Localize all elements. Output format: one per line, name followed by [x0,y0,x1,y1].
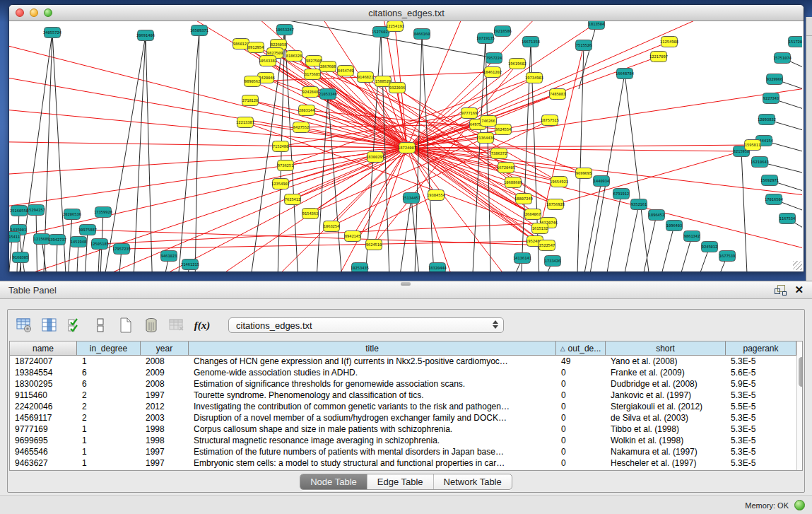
graph-edge-directed[interactable] [249,148,407,271]
graph-node[interactable]: 1595811 [745,140,761,151]
graph-node[interactable]: 10253435 [351,263,369,272]
table-row[interactable]: 946362711997Embryonic stem cells: a mode… [10,457,796,469]
graph-node[interactable]: 1813504 [589,21,605,30]
graph-node[interactable]: 20691406 [136,30,155,41]
graph-node[interactable]: 18300295 [366,152,384,163]
graph-node[interactable]: 1063254 [324,221,340,232]
column-header-title[interactable]: title [189,341,556,356]
column-header-in_degree[interactable]: in_degree [77,341,141,356]
graph-node[interactable]: 1440934 [594,176,610,187]
graph-node[interactable]: 21461215 [181,259,199,270]
table-row[interactable]: 977716911998Corpus callosum shape and si… [10,424,796,435]
graph-node[interactable]: 18756928 [546,199,565,210]
tab-node-table[interactable]: Node Table [300,474,367,489]
graph-node[interactable]: 9624510 [366,240,382,250]
graph-node[interactable]: 8186328 [286,51,302,62]
graph-edge-directed[interactable] [88,230,547,245]
graph-node[interactable]: 12505185 [90,239,109,250]
graph-node[interactable]: 12213387 [236,117,254,128]
graph-node[interactable]: 15294257 [27,205,45,216]
graph-node[interactable]: 9861342 [684,231,700,242]
graph-edge-citation[interactable] [194,30,199,271]
graph-node[interactable]: 16210643 [751,157,769,168]
graph-node[interactable]: 9736251 [278,160,294,171]
graph-node[interactable]: 25160550 [10,206,28,216]
graph-edge-citation[interactable] [94,35,146,271]
graph-node[interactable]: 6791912 [613,189,630,199]
graph-node[interactable]: 9227343 [763,93,779,104]
graph-node[interactable]: 7515526 [576,40,592,51]
graph-node[interactable]: 15134457 [402,193,420,204]
graph-node[interactable]: 7152480 [273,141,289,152]
resize-grip[interactable] [793,261,802,270]
graph-node[interactable]: 9461023 [161,251,177,262]
graph-node[interactable]: 1615132 [532,223,548,234]
graph-node[interactable]: 3175685 [305,69,321,80]
table-row[interactable]: 1456911722003Disruption of a novel membe… [10,412,796,424]
graph-edge-directed[interactable] [397,88,506,168]
function-builder-icon[interactable]: f(x) [193,316,211,334]
graph-edge-citation[interactable] [84,230,88,271]
splitter-handle[interactable] [401,282,411,286]
graph-node[interactable]: 12217097 [649,52,668,62]
graph-edge-citation[interactable] [654,226,674,271]
network-window-titlebar[interactable]: citations_edges.txt [9,5,804,21]
graph-edge-citation[interactable] [741,151,748,271]
graph-node[interactable]: 16509371 [190,25,208,36]
graph-node[interactable]: 17957235 [112,244,131,255]
graph-node[interactable]: 7485083 [550,89,566,100]
graph-node[interactable]: 1733426 [545,256,561,267]
graph-node[interactable]: 18461202 [483,67,502,78]
graph-node[interactable]: 10653247 [276,25,294,35]
graph-node[interactable]: 16720405 [497,163,515,173]
graph-node[interactable]: 1167534 [779,214,796,224]
graph-node[interactable]: 17016504 [765,194,783,205]
graph-node[interactable]: 1896452 [649,210,665,221]
graph-node[interactable]: 1451948 [71,237,87,247]
graph-node[interactable]: 2522547 [539,240,555,251]
network-canvas[interactable]: 2405572420691406165093711065324715276021… [9,21,804,271]
column-header-short[interactable]: short [606,341,726,356]
delete-column-icon[interactable] [142,316,160,334]
graph-node[interactable]: 19218586 [493,26,512,37]
graph-node[interactable]: 10719135 [476,33,495,44]
graph-node[interactable]: 9245012 [702,242,718,252]
table-row[interactable]: 1830029562008Estimation of significance … [10,378,796,390]
table-row[interactable]: 911546021997Tourette syndrome. Phenomeno… [10,390,796,401]
rows-icon[interactable] [91,316,110,334]
scrollbar-thumb[interactable] [799,357,803,387]
table-row[interactable]: 1872400712008Changes of HCN gene express… [10,356,796,367]
graph-node[interactable]: 9329966 [767,74,783,85]
graph-edge-citation[interactable] [146,35,154,271]
new-column-icon[interactable] [117,316,135,334]
graph-node[interactable]: 9242848 [302,87,319,98]
tab-network-table[interactable]: Network Table [434,474,512,489]
memory-ok-indicator[interactable] [794,500,805,510]
graph-edge-directed[interactable] [407,42,669,148]
table-settings-icon[interactable] [15,316,33,334]
graph-node[interactable]: 8942145 [345,231,361,242]
graph-node[interactable]: 2803144 [299,105,315,116]
graph-node[interactable]: 20206536 [63,209,81,220]
graph-edge-directed[interactable] [293,148,407,199]
graph-node[interactable]: 7386372 [491,148,507,159]
graph-edge-citation[interactable] [625,74,651,271]
graph-node[interactable]: 8912954 [248,42,264,53]
column-header-year[interactable]: year [141,341,189,356]
graph-node[interactable]: 1096403 [666,221,683,231]
show-columns-icon[interactable] [40,316,59,334]
graph-node[interactable]: 8454749 [338,66,354,76]
graph-node[interactable]: 8466160 [414,29,430,40]
graph-node[interactable]: 3915411 [9,232,20,243]
graph-node[interactable]: 7625412 [285,194,301,205]
graph-node[interactable]: 19384554 [427,190,445,201]
graph-edge-citation[interactable] [618,204,639,271]
graph-node[interactable]: 9777169 [461,108,478,119]
tab-edge-table[interactable]: Edge Table [367,474,434,489]
graph-node[interactable]: 19734903 [525,73,543,83]
graph-node[interactable]: 18807249 [514,194,533,204]
graph-node[interactable]: 9146821 [358,72,374,83]
graph-node[interactable]: 8427552 [293,122,310,133]
graph-node[interactable]: 9154363 [302,209,319,219]
graph-node-hub[interactable]: 18724007 [398,143,416,153]
